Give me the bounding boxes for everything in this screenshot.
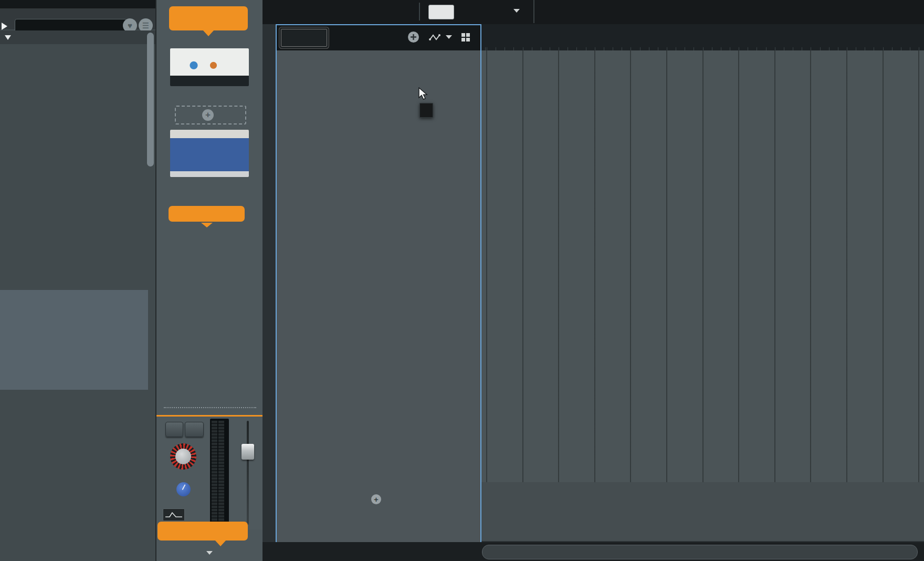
sequencer-toolbar <box>262 0 924 24</box>
header-tail <box>203 30 214 36</box>
plus-icon: + <box>371 494 381 504</box>
track-view-grid-button[interactable] <box>460 32 471 43</box>
volume-fader-handle[interactable] <box>242 444 254 460</box>
browser-panel: ♥ ☰ <box>0 0 156 561</box>
grid-footer <box>481 482 924 541</box>
panel-divider <box>164 407 256 408</box>
song-overview-strip[interactable] <box>482 545 918 559</box>
selected-item-highlight <box>0 290 148 390</box>
device-column: + <box>156 0 262 561</box>
bar-lines <box>481 50 924 482</box>
browser-search-row: ♥ ☰ <box>0 8 155 29</box>
toolbar-divider <box>419 3 420 20</box>
hamburger-icon: ☰ <box>142 21 149 30</box>
manual-rec-button[interactable] <box>281 29 327 47</box>
chevron-down-icon[interactable] <box>446 35 452 39</box>
reason-app: ♥ ☰ + <box>0 0 924 561</box>
pan-knob[interactable] <box>170 443 196 470</box>
browser-scrollbar[interactable] <box>147 33 154 167</box>
toolbar-divider <box>533 0 534 23</box>
scope-wave-icon <box>163 509 184 521</box>
plus-circle-icon <box>407 31 419 43</box>
track-list-header <box>277 25 480 50</box>
timeline-ruler[interactable] <box>481 24 924 51</box>
select-groove-tooltip <box>419 103 433 118</box>
collapse-triangle-icon <box>5 35 11 40</box>
automation-menu-button[interactable] <box>429 33 443 42</box>
grid-icon <box>460 32 471 43</box>
transport-bar <box>262 542 924 561</box>
add-device-button[interactable] <box>407 31 419 43</box>
channel-strip <box>156 415 262 529</box>
header-tail <box>201 223 213 227</box>
track-device-header[interactable] <box>169 6 248 30</box>
volume-fader-track[interactable] <box>247 421 249 525</box>
snap-value-dropdown[interactable] <box>483 5 520 16</box>
track-list-panel: + <box>276 24 481 543</box>
bottom-track-banner[interactable] <box>158 522 248 541</box>
arrangement-grid[interactable] <box>481 50 924 541</box>
browser-group-header[interactable] <box>0 30 155 44</box>
heart-icon: ♥ <box>128 21 132 30</box>
mute-button[interactable] <box>165 422 183 437</box>
chevron-down-icon <box>206 551 213 555</box>
banner-tail <box>215 540 226 546</box>
width-knob[interactable] <box>176 482 191 496</box>
master-selector[interactable] <box>156 547 262 556</box>
chevron-down-icon <box>513 9 520 13</box>
level-meter <box>210 419 229 527</box>
add-player-button[interactable]: + <box>175 106 246 124</box>
plus-icon: + <box>202 109 214 121</box>
scope-button[interactable] <box>163 508 185 521</box>
add-track-button[interactable]: + <box>277 490 480 508</box>
mouse-cursor <box>417 87 429 101</box>
browser-tabs <box>0 0 155 8</box>
pumping-synth-thumbnail[interactable] <box>170 130 249 177</box>
solo-button[interactable] <box>185 422 204 437</box>
snap-button[interactable] <box>428 5 454 19</box>
play-icon[interactable] <box>2 23 7 30</box>
mix-channel-header[interactable] <box>169 206 245 222</box>
anchored-pattern-thumbnail[interactable] <box>170 48 249 86</box>
automation-wave-icon <box>429 33 443 42</box>
